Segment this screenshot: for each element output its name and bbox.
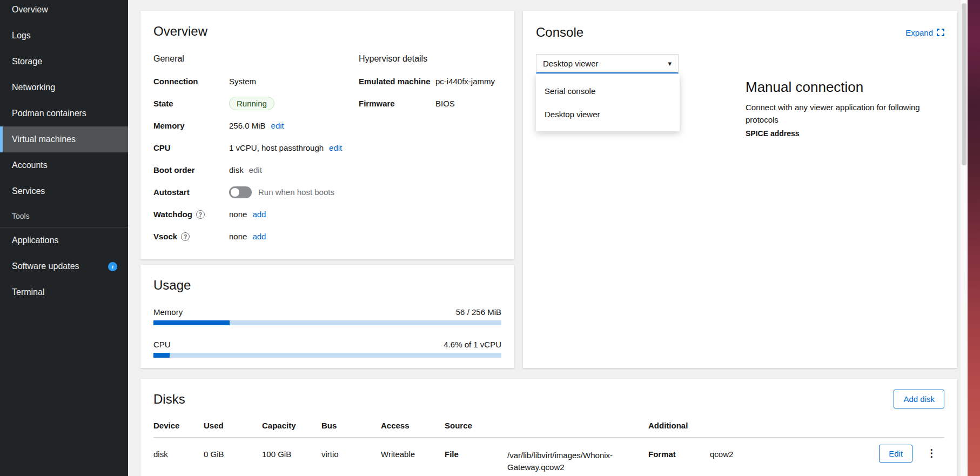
sidebar-item-overview[interactable]: Overview — [0, 0, 128, 23]
col-capacity: Capacity — [262, 421, 321, 430]
watchdog-row: Watchdog ? none add — [153, 203, 359, 225]
overview-card: Overview General Connection System State… — [140, 11, 514, 259]
manual-connection-description: Connect with any viewer application for … — [746, 101, 944, 126]
console-expand-button[interactable]: Expand — [905, 28, 944, 37]
memory-edit-link[interactable]: edit — [271, 121, 284, 130]
memory-usage-label: Memory — [153, 307, 183, 317]
autostart-toggle[interactable] — [229, 186, 252, 198]
firmware-row: Firmware BIOS — [359, 92, 501, 115]
sidebar-item-label: Logs — [12, 31, 31, 41]
disks-card: Disks Add disk Device Used Capacity Bus … — [140, 379, 957, 476]
console-type-selected-value: Desktop viewer — [543, 59, 599, 68]
page-scrollbar[interactable] — [960, 0, 968, 476]
help-icon[interactable]: ? — [181, 232, 190, 241]
disk-source-label: File — [445, 450, 507, 459]
menu-item-serial-console[interactable]: Serial console — [536, 79, 680, 103]
emulated-machine-value: pc-i440fx-jammy — [435, 77, 495, 86]
sidebar-item-podman-containers[interactable]: Podman containers — [0, 100, 128, 126]
memory-usage-value: 56 / 256 MiB — [456, 307, 501, 317]
sidebar-item-label: Accounts — [12, 160, 48, 170]
autostart-row: Autostart Run when host boots — [153, 181, 359, 203]
state-label: State — [153, 99, 229, 108]
expand-icon — [937, 29, 944, 36]
sidebar-section-tools: Tools — [0, 204, 128, 227]
console-type-menu: Serial console Desktop viewer — [536, 74, 680, 131]
overview-columns: General Connection System State Running … — [153, 39, 501, 247]
boot-order-value: disk — [229, 165, 244, 175]
usage-card-title: Usage — [153, 278, 501, 293]
vsock-row: Vsock ? none add — [153, 225, 359, 247]
cpu-label: CPU — [153, 143, 229, 152]
sidebar-item-services[interactable]: Services — [0, 178, 128, 204]
disks-table-header: Device Used Capacity Bus Access Source A… — [153, 421, 944, 438]
sidebar-item-label: Overview — [12, 5, 48, 15]
col-access: Access — [381, 421, 445, 430]
watchdog-label: Watchdog ? — [153, 210, 229, 219]
sidebar-item-storage[interactable]: Storage — [0, 49, 128, 75]
watchdog-add-link[interactable]: add — [252, 210, 266, 219]
emulated-machine-label: Emulated machine — [359, 77, 435, 86]
overview-card-title: Overview — [153, 24, 501, 39]
col-used: Used — [204, 421, 262, 430]
sidebar-item-label: Software updates — [12, 262, 79, 271]
vsock-value: none — [229, 232, 247, 241]
disk-source-cell: File /var/lib/libvirt/images/Whonix-Gate… — [445, 450, 648, 473]
state-row: State Running — [153, 92, 359, 115]
autostart-label: Autostart — [153, 187, 229, 197]
sidebar-item-label: Podman containers — [12, 109, 86, 118]
table-row: disk 0 GiB 100 GiB virtio Writeable File… — [153, 438, 944, 473]
sidebar-item-networking[interactable]: Networking — [0, 75, 128, 100]
autostart-toggle-label: Run when host boots — [258, 187, 334, 197]
connection-row: Connection System — [153, 70, 359, 92]
sidebar: Overview Logs Storage Networking Podman … — [0, 0, 128, 476]
info-icon: i — [108, 262, 117, 271]
console-card-title: Console — [536, 25, 583, 40]
sidebar-item-virtual-machines[interactable]: Virtual machines — [0, 126, 128, 152]
hypervisor-column: Hypervisor details Emulated machine pc-i… — [359, 39, 501, 247]
memory-value: 256.0 MiB — [229, 121, 266, 130]
disk-capacity: 100 GiB — [262, 450, 321, 459]
vsock-label-text: Vsock — [153, 232, 177, 241]
boot-order-row: Boot order disk edit — [153, 159, 359, 181]
disk-additional-cell: Format qcow2 — [648, 450, 863, 459]
col-device: Device — [153, 421, 204, 430]
menu-item-desktop-viewer[interactable]: Desktop viewer — [536, 103, 680, 126]
disk-row-actions: Edit ⋮ — [863, 445, 944, 462]
cpu-progress-track — [153, 353, 501, 358]
sidebar-item-label: Terminal — [12, 287, 44, 297]
cpu-edit-link[interactable]: edit — [329, 143, 342, 152]
vsock-add-link[interactable]: add — [252, 232, 266, 241]
console-type-select[interactable]: Desktop viewer ▾ — [536, 54, 679, 73]
general-column: General Connection System State Running … — [153, 39, 359, 247]
cpu-usage-label: CPU — [153, 340, 171, 349]
cpu-row: CPU 1 vCPU, host passthrough edit — [153, 137, 359, 159]
connection-label: Connection — [153, 77, 229, 86]
disk-device: disk — [153, 450, 204, 459]
help-icon[interactable]: ? — [196, 210, 205, 219]
disk-format-label: Format — [648, 450, 710, 459]
vsock-label: Vsock ? — [153, 232, 229, 241]
sidebar-item-software-updates[interactable]: Software updates i — [0, 253, 128, 279]
chevron-down-icon: ▾ — [668, 59, 672, 68]
add-disk-button[interactable]: Add disk — [894, 390, 944, 408]
sidebar-item-accounts[interactable]: Accounts — [0, 152, 128, 178]
disk-source-path: /var/lib/libvirt/images/Whonix-Gateway.q… — [507, 450, 632, 473]
spice-address-label: SPICE address — [746, 129, 944, 138]
manual-connection-title: Manual connection — [746, 79, 944, 96]
status-badge: Running — [229, 97, 274, 110]
emulated-machine-row: Emulated machine pc-i440fx-jammy — [359, 70, 501, 92]
sidebar-item-logs[interactable]: Logs — [0, 23, 128, 49]
manual-connection-block: Manual connection Connect with any viewe… — [746, 79, 944, 138]
cpu-usage-value: 4.6% of 1 vCPU — [444, 340, 501, 349]
memory-progress-fill — [153, 320, 230, 325]
col-bus: Bus — [321, 421, 381, 430]
scrollbar-thumb[interactable] — [962, 3, 966, 165]
general-heading: General — [153, 54, 359, 70]
kebab-menu-icon[interactable]: ⋮ — [924, 445, 939, 461]
sidebar-item-terminal[interactable]: Terminal — [0, 279, 128, 305]
disk-edit-button[interactable]: Edit — [879, 445, 912, 462]
connection-value: System — [229, 77, 256, 86]
watchdog-value: none — [229, 210, 247, 219]
boot-order-label: Boot order — [153, 165, 229, 175]
sidebar-item-applications[interactable]: Applications — [0, 227, 128, 253]
